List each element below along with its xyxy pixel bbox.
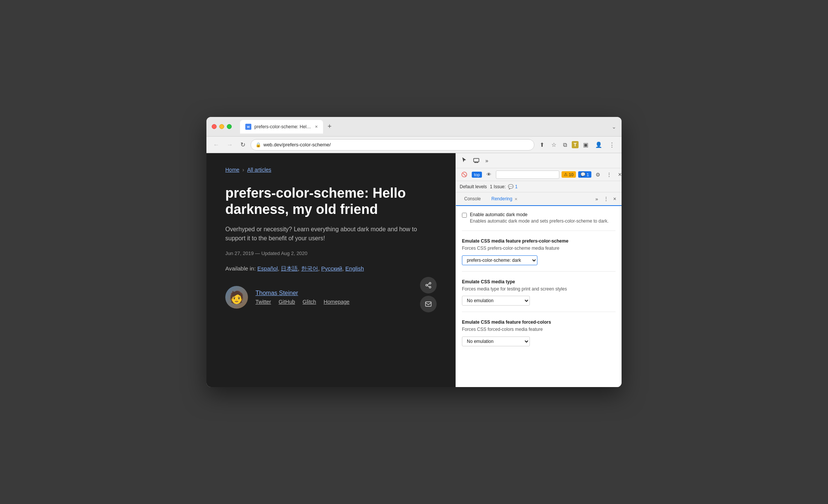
breadcrumb-home-link[interactable]: Home	[225, 167, 239, 173]
back-button[interactable]: ←	[211, 140, 222, 150]
devtools-extension-button[interactable]: T	[572, 141, 579, 148]
tab-close-button[interactable]: ×	[315, 124, 318, 129]
article-date: Jun 27, 2019 — Updated Aug 2, 2020	[225, 250, 437, 256]
close-window-button[interactable]	[212, 124, 217, 129]
forward-button[interactable]: →	[225, 140, 235, 150]
svg-rect-6	[474, 158, 479, 162]
rendering-tab-close[interactable]: ×	[514, 196, 517, 202]
devtools-more-tools-button[interactable]: »	[483, 156, 491, 165]
forced-colors-title: Emulate CSS media feature forced-colors	[462, 320, 616, 325]
active-tab[interactable]: w prefers-color-scheme: Hello d... ×	[240, 120, 323, 134]
warning-icon: ⚠	[564, 172, 568, 177]
lock-icon: 🔒	[255, 142, 261, 148]
address-text: web.dev/prefers-color-scheme/	[263, 142, 529, 148]
devtools-more2-button[interactable]: ⋮	[605, 171, 614, 179]
main-content: Home › All articles prefers-color-scheme…	[206, 153, 622, 387]
forced-colors-select[interactable]: No emulation active none	[462, 337, 530, 346]
panel-menu-button[interactable]: ⋮	[601, 192, 611, 205]
reload-button[interactable]: ↻	[238, 140, 248, 150]
svg-line-4	[427, 284, 429, 285]
author-links: Twitter GitHub Glitch Homepage	[255, 299, 349, 305]
author-info: Thomas Steiner Twitter GitHub Glitch Hom…	[255, 290, 349, 305]
tab-console[interactable]: Console	[459, 192, 486, 206]
browser-toolbar: ← → ↻ 🔒 web.dev/prefers-color-scheme/ ⬆ …	[206, 137, 622, 153]
tab-bar: w prefers-color-scheme: Hello d... × +	[240, 120, 607, 134]
article-title: prefers-color-scheme: Hello darkness, my…	[225, 185, 437, 217]
media-type-title: Emulate CSS media type	[462, 279, 616, 284]
tab-rendering[interactable]: Rendering ×	[486, 192, 523, 206]
share-toolbar-button[interactable]: ⬆	[537, 140, 547, 150]
breadcrumb-articles-link[interactable]: All articles	[247, 167, 271, 173]
devtools-top-button[interactable]: top	[472, 172, 482, 178]
color-scheme-section: Emulate CSS media feature prefers-color-…	[462, 238, 616, 272]
auto-dark-mode-row: Enable automatic dark mode Enables autom…	[462, 212, 616, 224]
svg-point-0	[429, 283, 431, 284]
devtools-clear-button[interactable]: 🚫	[459, 170, 469, 179]
title-bar: w prefers-color-scheme: Hello d... × + ⌄	[206, 117, 622, 137]
auto-dark-mode-checkbox[interactable]	[462, 213, 467, 218]
color-scheme-desc: Forces CSS prefers-color-scheme media fe…	[462, 245, 616, 252]
new-tab-button[interactable]: +	[325, 121, 335, 132]
lang-espanol-link[interactable]: Español	[257, 265, 278, 272]
profile-button[interactable]: 👤	[593, 140, 605, 150]
message-icon: 💬	[580, 172, 586, 177]
chevron-down-icon: ⌄	[612, 124, 616, 130]
more-tabs-button[interactable]: »	[593, 192, 601, 205]
traffic-lights	[212, 124, 232, 129]
auto-dark-mode-section: Enable automatic dark mode Enables autom…	[462, 212, 616, 231]
bookmark-button[interactable]: ☆	[549, 140, 559, 150]
more-menu-button[interactable]: ⋮	[607, 140, 617, 150]
auto-dark-mode-desc: Enables automatic dark mode and sets pre…	[470, 218, 609, 224]
device-emulation-button[interactable]	[471, 155, 482, 166]
color-scheme-select[interactable]: prefers-color-scheme: dark prefers-color…	[462, 255, 537, 265]
svg-rect-5	[426, 302, 431, 306]
svg-line-3	[427, 286, 429, 287]
devtools-rendering-content: Enable automatic dark mode Enables autom…	[456, 206, 622, 387]
address-bar[interactable]: 🔒 web.dev/prefers-color-scheme/	[251, 139, 534, 151]
message-count: 1	[587, 172, 589, 177]
toolbar-actions: ⬆ ☆ ⧉ T ▣ 👤 ⋮	[537, 140, 617, 150]
homepage-link[interactable]: Homepage	[324, 299, 350, 305]
issues-badge: 💬 1	[508, 184, 517, 189]
forced-colors-desc: Forces CSS forced-colors media feature	[462, 326, 616, 333]
lang-russian-link[interactable]: Русский	[321, 265, 342, 272]
author-name[interactable]: Thomas Steiner	[255, 290, 349, 297]
issues-label: 1 Issue: 💬 1	[490, 184, 517, 189]
extensions-button[interactable]: ⧉	[561, 140, 569, 150]
warning-count: 10	[569, 172, 573, 177]
lang-english-link[interactable]: English	[345, 265, 364, 272]
default-levels-label: Default levels	[460, 184, 487, 189]
twitter-link[interactable]: Twitter	[255, 299, 271, 305]
share-article-button[interactable]	[420, 277, 437, 293]
warnings-badge: ⚠ 10	[562, 171, 576, 178]
github-link[interactable]: GitHub	[279, 299, 295, 305]
author-section: 🧑 Thomas Steiner Twitter GitHub Glitch H…	[225, 286, 437, 309]
minimize-window-button[interactable]	[219, 124, 224, 129]
email-article-button[interactable]	[420, 296, 437, 312]
breadcrumb: Home › All articles	[225, 167, 437, 173]
available-in-label: Available in:	[225, 265, 256, 272]
devtools-settings-button[interactable]: ⚙	[594, 171, 602, 179]
avatar: 🧑	[225, 286, 248, 309]
sidebar-button[interactable]: ▣	[581, 140, 591, 150]
tab-title: prefers-color-scheme: Hello d...	[254, 124, 312, 129]
devtools-close-button[interactable]: ×	[616, 170, 622, 179]
available-in-section: Available in: Español, 日本語, 한국어, Русский…	[225, 265, 437, 272]
inspector-tool-button[interactable]	[459, 155, 469, 166]
maximize-window-button[interactable]	[227, 124, 232, 129]
close-devtools-panel-button[interactable]: ×	[611, 192, 619, 205]
lang-japanese-link[interactable]: 日本語	[281, 265, 298, 272]
svg-point-1	[426, 284, 428, 286]
lang-korean-link[interactable]: 한국어	[301, 265, 318, 272]
svg-point-2	[429, 286, 431, 288]
devtools-filter-input[interactable]	[496, 171, 559, 179]
tab-favicon: w	[245, 124, 251, 130]
devtools-toolbar: »	[456, 153, 622, 168]
media-type-select[interactable]: No emulation print screen	[462, 296, 530, 306]
glitch-link[interactable]: Glitch	[303, 299, 316, 305]
devtools-eye-button[interactable]: 👁	[484, 170, 494, 179]
avatar-image: 🧑	[229, 290, 244, 304]
messages-badge: 💬 1	[578, 171, 591, 178]
webpage-area: Home › All articles prefers-color-scheme…	[206, 153, 456, 387]
breadcrumb-separator: ›	[242, 167, 244, 173]
